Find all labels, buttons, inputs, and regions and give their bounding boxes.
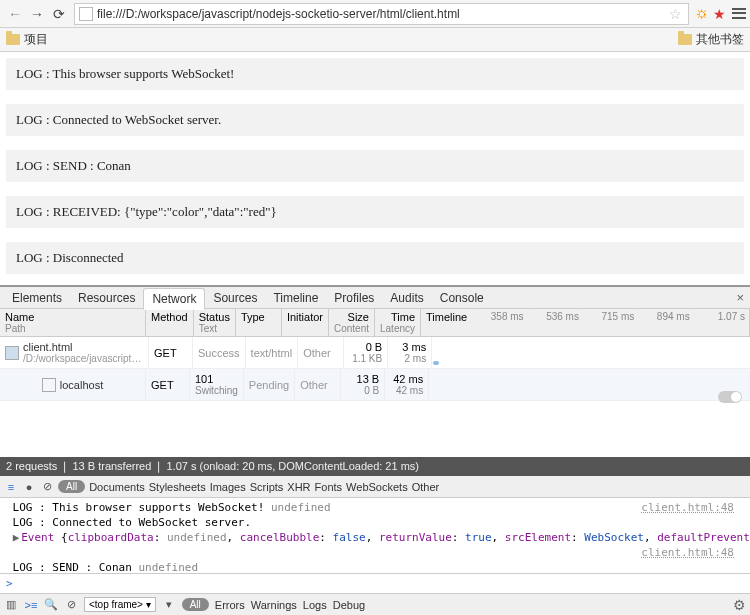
log-line: LOG : RECEIVED: {"type":"color","data":"…: [6, 196, 744, 228]
filter-item[interactable]: Documents: [89, 481, 145, 493]
log-line: LOG : Disconnected: [6, 242, 744, 274]
network-header: NamePath Method StatusText Type Initiato…: [0, 309, 750, 337]
tab-profiles[interactable]: Profiles: [326, 288, 382, 308]
tab-network[interactable]: Network: [143, 288, 205, 310]
log-line: LOG : Connected to WebSocket server.: [6, 104, 744, 136]
tab-sources[interactable]: Sources: [205, 288, 265, 308]
drawer-icon[interactable]: >≡: [24, 598, 38, 612]
filter-all[interactable]: All: [182, 598, 209, 611]
bookmark-folder-left[interactable]: 项目: [6, 31, 48, 48]
tab-audits[interactable]: Audits: [382, 288, 431, 308]
url-text: file:///D:/workspace/javascript/nodejs-s…: [97, 7, 667, 21]
url-bar[interactable]: file:///D:/workspace/javascript/nodejs-s…: [74, 3, 689, 25]
filter-item[interactable]: Other: [412, 481, 440, 493]
console-input[interactable]: >: [0, 573, 750, 593]
col-size[interactable]: Size: [348, 311, 369, 323]
tab-timeline[interactable]: Timeline: [265, 288, 326, 308]
toggle-icon[interactable]: [718, 391, 742, 403]
filter-item[interactable]: Stylesheets: [149, 481, 206, 493]
folder-icon: [6, 34, 20, 45]
bookmark-folder-right[interactable]: 其他书签: [678, 31, 744, 48]
menu-icon[interactable]: [732, 7, 746, 21]
network-rows: client.html/D:/workspace/javascript/no G…: [0, 337, 750, 457]
timeline-tick: 1.07 s: [694, 309, 749, 336]
bookmark-label: 其他书签: [696, 31, 744, 48]
network-status-bar: 2 requests ❘ 13 B transferred ❘ 1.07 s (…: [0, 457, 750, 476]
devtools-tabs: Elements Resources Network Sources Timel…: [0, 287, 750, 309]
favorite-star-icon[interactable]: ★: [713, 6, 726, 22]
tab-resources[interactable]: Resources: [70, 288, 143, 308]
bookmark-star-icon[interactable]: ⛭: [695, 6, 709, 22]
timeline-tick: 894 ms: [638, 309, 693, 336]
source-link[interactable]: client.html:48: [641, 546, 744, 559]
record-icon[interactable]: ●: [22, 480, 36, 494]
table-row[interactable]: localhost GET 101Switching Pending Other…: [0, 369, 750, 401]
source-link[interactable]: client.html:48: [641, 501, 744, 514]
col-name[interactable]: Name: [5, 311, 34, 323]
back-button[interactable]: ←: [4, 3, 26, 25]
tab-console[interactable]: Console: [432, 288, 492, 308]
chevron-down-icon[interactable]: ▾: [162, 598, 176, 612]
col-time[interactable]: Time: [391, 311, 415, 323]
file-icon: [42, 378, 56, 392]
clear-icon[interactable]: ⊘: [40, 480, 54, 494]
col-type[interactable]: Type: [241, 311, 265, 323]
col-status[interactable]: Status: [199, 311, 230, 323]
list-icon[interactable]: ≡: [4, 480, 18, 494]
bookmark-label: 项目: [24, 31, 48, 48]
frame-select[interactable]: <top frame> ▾: [84, 597, 156, 612]
col-timeline[interactable]: Timeline: [421, 309, 472, 336]
footer-filter[interactable]: Errors: [215, 599, 245, 611]
page-icon: [79, 7, 93, 21]
file-icon: [5, 346, 19, 360]
console-output: LOG : This browser supports WebSocket! u…: [0, 498, 750, 573]
gear-icon[interactable]: ⚙: [733, 597, 746, 613]
star-empty-icon[interactable]: ☆: [669, 6, 682, 22]
footer-filter[interactable]: Warnings: [251, 599, 297, 611]
devtools-panel: Elements Resources Network Sources Timel…: [0, 285, 750, 615]
filter-item[interactable]: Images: [210, 481, 246, 493]
console-footer: ▥ >≡ 🔍 ⊘ <top frame> ▾ ▾ All Errors Warn…: [0, 593, 750, 615]
col-method[interactable]: Method: [151, 311, 188, 323]
timeline-tick: 715 ms: [583, 309, 638, 336]
footer-filter[interactable]: Logs: [303, 599, 327, 611]
filter-all[interactable]: All: [58, 480, 85, 493]
split-icon[interactable]: ▥: [4, 598, 18, 612]
forward-button[interactable]: →: [26, 3, 48, 25]
tab-elements[interactable]: Elements: [4, 288, 70, 308]
footer-filter[interactable]: Debug: [333, 599, 365, 611]
inspect-icon[interactable]: 🔍: [44, 598, 58, 612]
close-icon[interactable]: ×: [736, 290, 744, 305]
page-content: LOG : This browser supports WebSocket! L…: [0, 52, 750, 285]
folder-icon: [678, 34, 692, 45]
filter-item[interactable]: XHR: [287, 481, 310, 493]
timeline-tick: 536 ms: [528, 309, 583, 336]
filter-item[interactable]: Scripts: [250, 481, 284, 493]
filter-item[interactable]: WebSockets: [346, 481, 408, 493]
table-row[interactable]: client.html/D:/workspace/javascript/no G…: [0, 337, 750, 369]
timeline-tick: 358 ms: [472, 309, 527, 336]
console-filter-bar: ≡ ● ⊘ All Documents Stylesheets Images S…: [0, 476, 750, 498]
clear-icon[interactable]: ⊘: [64, 598, 78, 612]
log-line: LOG : SEND : Conan: [6, 150, 744, 182]
reload-button[interactable]: ⟳: [48, 3, 70, 25]
filter-item[interactable]: Fonts: [315, 481, 343, 493]
log-line: LOG : This browser supports WebSocket!: [6, 58, 744, 90]
col-initiator[interactable]: Initiator: [287, 311, 323, 323]
